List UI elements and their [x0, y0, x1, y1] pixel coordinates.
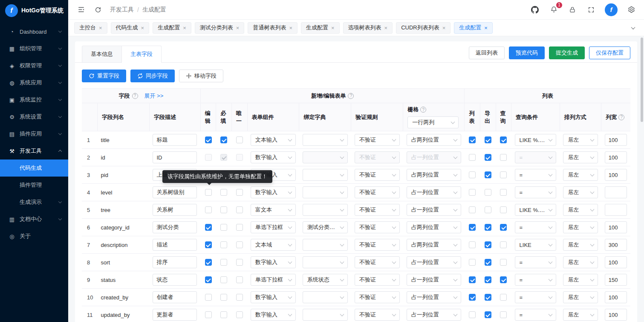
page-tab[interactable]: 生成配置×	[153, 22, 191, 34]
sidebar-item[interactable]: ▣系统监控	[0, 91, 68, 108]
reset-fields-button[interactable]: 重置字段	[82, 70, 126, 82]
column-width-input[interactable]	[605, 309, 627, 321]
export-checkbox[interactable]	[485, 294, 491, 301]
edit-checkbox[interactable]	[205, 294, 212, 301]
required-checkbox[interactable]	[220, 136, 227, 143]
edit-checkbox[interactable]	[205, 154, 212, 161]
condition-select[interactable]: =	[515, 186, 557, 198]
sidebar-item[interactable]: ◈权限管理	[0, 57, 68, 74]
tab-close-icon[interactable]: ×	[289, 25, 292, 31]
query-checkbox[interactable]	[500, 294, 507, 301]
grid-select[interactable]: 占两列位置	[407, 239, 461, 251]
list-checkbox[interactable]	[469, 241, 476, 248]
page-tab[interactable]: 选项树表列表×	[343, 22, 393, 34]
rule-select[interactable]: 不验证	[355, 169, 400, 181]
dict-select[interactable]	[303, 256, 348, 268]
rule-select[interactable]: 不验证	[355, 204, 400, 216]
sync-fields-button[interactable]: 同步字段	[130, 70, 175, 82]
help-icon[interactable]	[420, 107, 426, 113]
required-checkbox[interactable]	[220, 276, 227, 283]
tab-options-chevron-icon[interactable]	[628, 23, 638, 33]
field-desc-input[interactable]	[153, 256, 197, 268]
menu-collapse-icon[interactable]	[76, 5, 86, 15]
edit-checkbox[interactable]	[205, 276, 212, 283]
component-select[interactable]: 数字输入	[251, 309, 296, 321]
unique-checkbox[interactable]	[236, 276, 243, 283]
export-checkbox[interactable]	[485, 311, 491, 318]
back-to-list-button[interactable]: 返回列表	[469, 46, 505, 59]
query-checkbox[interactable]	[500, 154, 507, 161]
rule-select[interactable]: 不验证	[355, 239, 400, 251]
unique-checkbox[interactable]	[236, 189, 243, 196]
submit-generate-button[interactable]: 提交生成	[549, 46, 585, 59]
sidebar-item[interactable]: 生成演示	[0, 194, 68, 211]
edit-checkbox[interactable]	[205, 136, 212, 143]
field-desc-input[interactable]	[153, 309, 197, 321]
required-checkbox[interactable]	[220, 154, 227, 161]
dict-select[interactable]: 系统状态	[303, 274, 348, 286]
page-tab[interactable]: 代码生成×	[111, 22, 150, 34]
help-icon[interactable]	[618, 114, 624, 120]
rule-select[interactable]: 不验证	[355, 221, 400, 233]
rule-select[interactable]: 不验证	[355, 291, 400, 303]
query-checkbox[interactable]	[500, 171, 507, 178]
grid-select[interactable]: 占一列位置	[407, 291, 461, 303]
grid-select[interactable]: 占一列位置	[407, 186, 461, 198]
required-checkbox[interactable]	[220, 224, 227, 231]
list-checkbox[interactable]	[469, 224, 476, 231]
tab-close-icon[interactable]: ×	[99, 25, 102, 31]
grid-select[interactable]: 占一列位置	[407, 274, 461, 286]
dict-select[interactable]	[303, 134, 348, 146]
export-checkbox[interactable]	[485, 171, 491, 178]
align-select[interactable]: 居左	[563, 309, 598, 321]
edit-checkbox[interactable]	[205, 206, 212, 213]
sidebar-item[interactable]: ◍系统应用	[0, 74, 68, 91]
list-checkbox[interactable]	[469, 276, 476, 283]
align-select[interactable]: 居左	[563, 169, 598, 181]
dict-select[interactable]	[303, 309, 348, 321]
field-desc-input[interactable]	[153, 151, 197, 163]
grid-select[interactable]: 占两列位置	[407, 221, 461, 233]
list-checkbox[interactable]	[469, 259, 476, 266]
export-checkbox[interactable]	[485, 154, 491, 161]
export-checkbox[interactable]	[485, 241, 491, 248]
breadcrumb-item[interactable]: 开发工具	[110, 6, 134, 14]
export-checkbox[interactable]	[485, 206, 491, 213]
column-width-input[interactable]	[605, 221, 627, 233]
unique-checkbox[interactable]	[236, 154, 243, 161]
align-select[interactable]: 居左	[563, 256, 598, 268]
column-width-input[interactable]	[605, 186, 627, 198]
tab-close-icon[interactable]: ×	[183, 25, 186, 31]
dict-select[interactable]	[303, 186, 348, 198]
component-select[interactable]: 单选下拉框	[251, 221, 296, 233]
sidebar-item[interactable]: ◎关于	[0, 228, 68, 245]
condition-select[interactable]: LIKE	[515, 239, 557, 251]
rule-select[interactable]: 不验证	[355, 151, 400, 163]
query-checkbox[interactable]	[500, 276, 507, 283]
condition-select[interactable]: =	[515, 256, 557, 268]
column-width-input[interactable]	[605, 204, 627, 216]
tab-close-icon[interactable]: ×	[442, 25, 446, 31]
align-select[interactable]: 居左	[563, 274, 598, 286]
sidebar-item-active[interactable]: 代码生成	[0, 160, 68, 177]
expand-fields-link[interactable]: 展开 >>	[144, 92, 164, 100]
column-width-input[interactable]	[605, 291, 627, 303]
github-icon[interactable]	[530, 5, 540, 15]
sidebar-item[interactable]: ⚙系统设置	[0, 108, 68, 125]
field-desc-input[interactable]	[153, 291, 197, 303]
query-checkbox[interactable]	[500, 259, 507, 266]
dict-select[interactable]	[303, 151, 348, 163]
grid-select[interactable]: 占一列位置	[407, 256, 461, 268]
condition-select[interactable]: =	[515, 221, 557, 233]
component-select[interactable]: 单选下拉框	[251, 274, 296, 286]
unique-checkbox[interactable]	[236, 259, 243, 266]
component-select[interactable]: 文本输入	[251, 134, 296, 146]
config-tab[interactable]: 基本信息	[82, 46, 122, 63]
condition-select[interactable]: =	[515, 291, 557, 303]
help-icon[interactable]	[348, 93, 354, 99]
dict-select[interactable]	[303, 239, 348, 251]
edit-checkbox[interactable]	[205, 189, 212, 196]
list-checkbox[interactable]	[469, 171, 476, 178]
user-avatar[interactable]: f	[605, 3, 618, 16]
query-checkbox[interactable]	[500, 206, 507, 213]
